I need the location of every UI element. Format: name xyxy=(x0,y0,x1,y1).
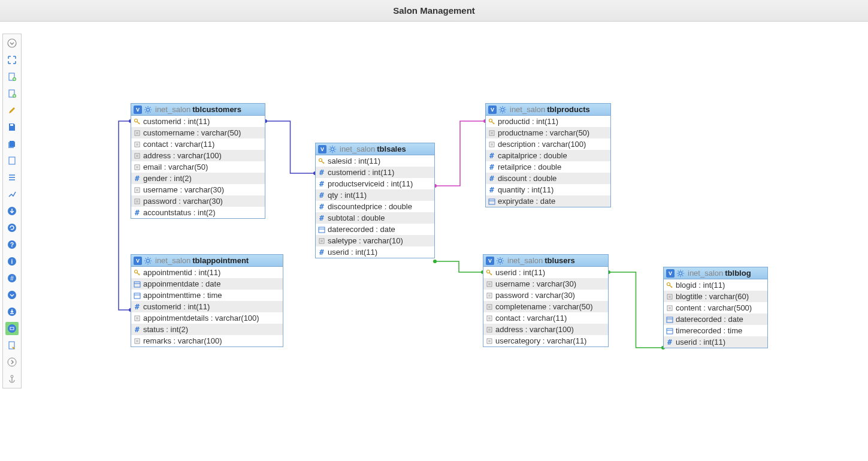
header: Salon Management xyxy=(0,0,868,22)
page-title: Salon Management xyxy=(393,5,475,16)
